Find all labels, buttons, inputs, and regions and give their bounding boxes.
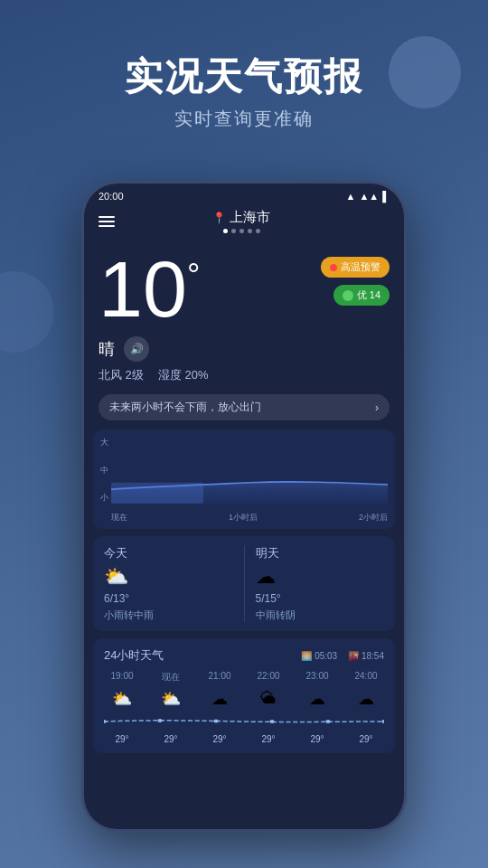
- signal-icon: ▲▲: [359, 191, 379, 202]
- tomorrow-label: 明天: [256, 545, 385, 561]
- city-dots: [223, 229, 260, 233]
- sunrise-icon: 🌅 05:03: [301, 651, 337, 661]
- phone-mockup: 20:00 ▲ ▲▲ ▌ 📍 上海市: [81, 181, 407, 832]
- chart-y-labels: 大 中 小: [100, 437, 108, 504]
- nav-bar: 📍 上海市: [84, 205, 404, 241]
- hourly-temp-2: 29°: [202, 734, 238, 744]
- alert-dot-icon: [330, 264, 337, 271]
- bg-circle-left: [0, 271, 54, 353]
- hourly-temps-row: 29° 29° 29° 29° 29° 29°: [104, 734, 384, 744]
- daily-tomorrow: 明天 ☁ 5/15° 中雨转阴: [256, 545, 385, 622]
- today-temp: 6/13°: [104, 592, 233, 605]
- svg-point-2: [157, 719, 162, 722]
- y-label-mid: 中: [100, 465, 108, 476]
- hourly-temp-0: 29°: [104, 734, 140, 744]
- chart-area: [111, 437, 388, 504]
- weather-main: 10 ° 高温预警 优 14: [84, 241, 404, 336]
- hourly-icon-2: ☁: [202, 689, 238, 709]
- tomorrow-temp: 5/15°: [256, 592, 385, 605]
- hourly-time-5: 24:00: [348, 671, 384, 684]
- sound-button[interactable]: 🔊: [124, 336, 149, 362]
- svg-point-1: [104, 720, 107, 723]
- sun-times: 🌅 05:03 🌇 18:54: [301, 651, 384, 661]
- status-icons: ▲ ▲▲ ▌: [346, 191, 389, 202]
- hourly-time-0: 19:00: [104, 671, 140, 684]
- hourly-header: 24小时天气 🌅 05:03 🌇 18:54: [104, 647, 384, 664]
- hourly-time-1: 现在: [153, 671, 189, 684]
- today-label: 今天: [104, 545, 233, 561]
- daily-forecast: 今天 ⛅ 6/13° 小雨转中雨 明天 ☁ 5/15° 中雨转阴: [93, 536, 395, 631]
- hourly-icon-1: ⛅: [153, 689, 189, 709]
- y-label-low: 小: [100, 492, 108, 504]
- hourly-time-4: 23:00: [299, 671, 335, 684]
- temperature-value: 10: [99, 250, 187, 329]
- daily-today: 今天 ⛅ 6/13° 小雨转中雨: [104, 545, 233, 622]
- temperature-display: 10 °: [99, 250, 200, 329]
- degree-symbol: °: [187, 257, 200, 295]
- daily-divider: [244, 545, 245, 622]
- tomorrow-condition: 中雨转阴: [256, 609, 385, 622]
- x-label-2h: 2小时后: [359, 512, 388, 524]
- hourly-icons-row: ⛅ ⛅ ☁ 🌥 ☁ ☁: [104, 689, 384, 709]
- hourly-temp-5: 29°: [348, 734, 384, 744]
- svg-point-4: [269, 720, 274, 723]
- wind-info: 北风 2级: [99, 367, 144, 383]
- dot-1: [223, 229, 228, 233]
- dot-4: [248, 229, 252, 233]
- svg-point-3: [213, 720, 218, 723]
- dot-3: [239, 229, 244, 233]
- humidity-info: 湿度 20%: [158, 367, 209, 383]
- tomorrow-icon: ☁: [256, 565, 385, 589]
- svg-point-6: [381, 720, 384, 723]
- hourly-time-2: 21:00: [202, 671, 238, 684]
- hourly-temp-1: 29°: [153, 734, 189, 744]
- weather-condition-row: 晴 🔊: [84, 336, 404, 362]
- svg-rect-0: [111, 483, 203, 504]
- city-name: 📍 上海市: [212, 209, 270, 226]
- bg-circle-top: [389, 36, 461, 108]
- battery-icon: ▌: [382, 191, 389, 202]
- forecast-hint[interactable]: 未来两小时不会下雨，放心出门 ›: [99, 394, 389, 420]
- condition-text: 晴: [99, 338, 115, 360]
- high-temp-alert: 高温预警: [321, 257, 389, 278]
- hourly-section: 24小时天气 🌅 05:03 🌇 18:54 19:00 现在 21:00 22…: [93, 638, 395, 753]
- hourly-temp-3: 29°: [250, 734, 286, 744]
- weather-badges: 高温预警 优 14: [321, 250, 389, 306]
- nav-location: 📍 上海市: [212, 209, 270, 233]
- status-bar: 20:00 ▲ ▲▲ ▌: [84, 184, 404, 205]
- y-label-high: 大: [100, 437, 108, 448]
- today-icon: ⛅: [104, 565, 233, 589]
- chart-x-labels: 现在 1小时后 2小时后: [111, 512, 388, 524]
- svg-point-5: [325, 720, 330, 723]
- hourly-icon-5: ☁: [348, 689, 384, 709]
- x-label-now: 现在: [111, 512, 127, 524]
- app-subtitle: 实时查询更准确: [0, 107, 488, 131]
- hourly-time-3: 22:00: [250, 671, 286, 684]
- aqi-icon: [343, 290, 353, 301]
- aqi-badge: 优 14: [333, 285, 389, 306]
- sunset-icon: 🌇 18:54: [348, 651, 384, 661]
- today-condition: 小雨转中雨: [104, 609, 233, 622]
- dot-2: [231, 229, 236, 233]
- chevron-right-icon: ›: [375, 401, 379, 414]
- precipitation-chart: 大 中 小 现在 1小时后: [93, 429, 395, 529]
- temp-curve: [104, 712, 384, 731]
- hourly-times-row: 19:00 现在 21:00 22:00 23:00 24:00: [104, 671, 384, 684]
- x-label-1h: 1小时后: [229, 512, 258, 524]
- location-pin-icon: 📍: [212, 212, 226, 224]
- hourly-title: 24小时天气: [104, 647, 164, 664]
- hourly-temp-4: 29°: [299, 734, 335, 744]
- hourly-icon-4: ☁: [299, 689, 335, 709]
- wifi-icon: ▲: [346, 191, 356, 202]
- hourly-icon-0: ⛅: [104, 689, 140, 709]
- status-time: 20:00: [99, 191, 124, 202]
- weather-details: 北风 2级 湿度 20%: [84, 362, 404, 389]
- dot-5: [256, 229, 260, 233]
- hourly-icon-3: 🌥: [250, 689, 286, 709]
- menu-button[interactable]: [99, 216, 115, 227]
